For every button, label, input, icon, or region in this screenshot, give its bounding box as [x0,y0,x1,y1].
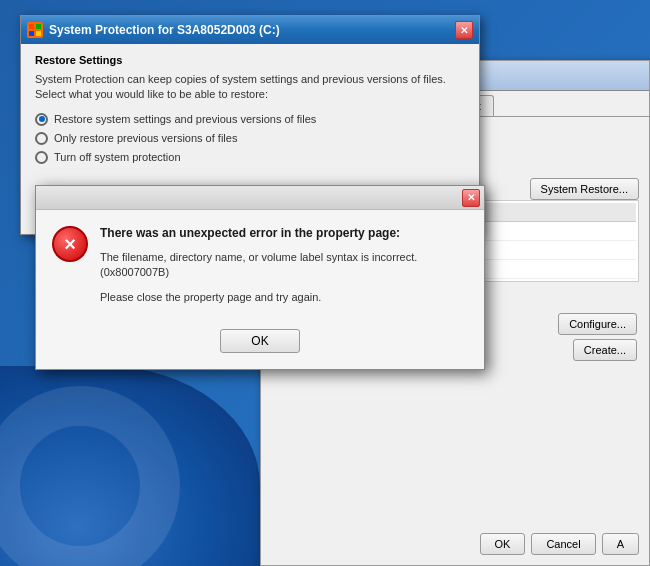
radio-button-2[interactable] [35,132,48,145]
error-ok-button[interactable]: OK [220,329,299,353]
configure-button[interactable]: Configure... [558,313,637,335]
bg-bottom-buttons: OK Cancel A [480,533,640,555]
error-close-button[interactable]: ✕ [462,189,480,207]
error-button-row: OK [36,319,484,369]
dialog-title-text: System Protection for S3A8052D003 (C:) [49,23,449,37]
dialog-titlebar: System Protection for S3A8052D003 (C:) ✕ [21,16,479,44]
error-title: There was an unexpected error in the pro… [100,226,468,240]
restore-content: Restore Settings System Protection can k… [21,44,479,180]
radio-label-2: Only restore previous versions of files [54,132,237,144]
error-circle: × [52,226,88,262]
error-titlebar: ✕ [36,186,484,210]
restore-description: System Protection can keep copies of sys… [35,72,465,103]
radio-option-3[interactable]: Turn off system protection [35,151,465,164]
error-dialog: ✕ × There was an unexpected error in the… [35,185,485,370]
bg-apply-button[interactable]: A [602,533,639,555]
error-x-icon: × [64,234,76,254]
radio-button-3[interactable] [35,151,48,164]
error-icon: × [52,226,88,262]
create-button[interactable]: Create... [573,339,637,361]
svg-rect-3 [36,31,41,36]
radio-option-1[interactable]: Restore system settings and previous ver… [35,113,465,126]
error-body: × There was an unexpected error in the p… [36,210,484,319]
svg-rect-2 [29,31,34,36]
bg-ok-button[interactable]: OK [480,533,526,555]
radio-label-1: Restore system settings and previous ver… [54,113,316,125]
bg-cancel-button[interactable]: Cancel [531,533,595,555]
dialog-close-button[interactable]: ✕ [455,21,473,39]
error-text-container: There was an unexpected error in the pro… [100,226,468,303]
svg-rect-1 [36,24,41,29]
error-suggestion: Please close the property page and try a… [100,291,468,303]
radio-option-2[interactable]: Only restore previous versions of files [35,132,465,145]
radio-button-1[interactable] [35,113,48,126]
svg-rect-0 [29,24,34,29]
windows-icon [27,22,43,38]
radio-label-3: Turn off system protection [54,151,181,163]
restore-section-label: Restore Settings [35,54,465,66]
system-restore-button[interactable]: System Restore... [530,178,639,200]
error-message: The filename, directory name, or volume … [100,250,468,281]
